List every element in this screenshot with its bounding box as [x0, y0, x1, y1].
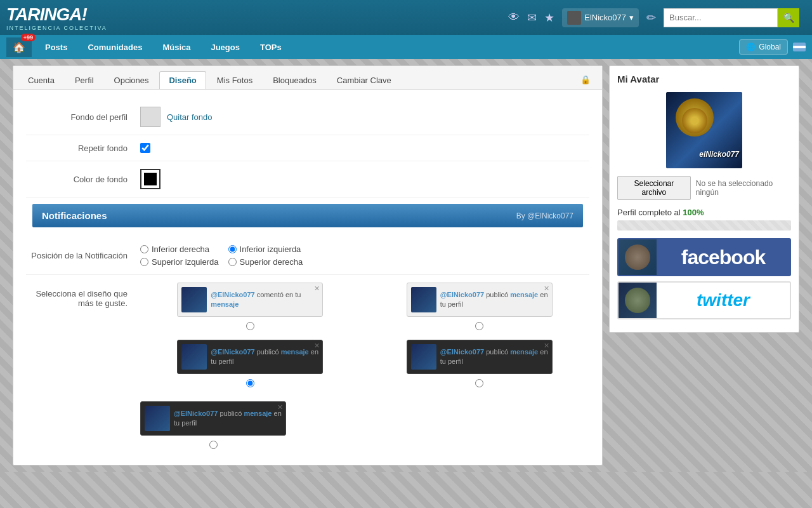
sidebar: Mi Avatar elNicko077 Seleccionar archivo… — [609, 65, 799, 465]
star-icon[interactable]: ★ — [544, 11, 554, 25]
header-icons: 👁 ✉ ★ ElNicko077 ▾ ✏ 🔍 — [508, 8, 799, 27]
design-item-3: ✕ @ElNicko077 publicó mensaje en tu perf… — [140, 340, 360, 387]
design-row-5: ✕ @ElNicko077 publicó mensaje en tu perf… — [26, 395, 589, 455]
position-control: Inferior derecha Inferior izquierda Supe… — [140, 244, 306, 267]
nav-item-juegos[interactable]: Juegos — [200, 35, 250, 59]
notif-avatar-2 — [411, 287, 436, 312]
radio-inf-der-label: Inferior derecha — [152, 244, 209, 254]
repetir-label: Repetir fondo — [26, 144, 140, 153]
user-badge[interactable]: ElNicko077 ▾ — [562, 8, 639, 27]
nav-item-comunidades[interactable]: Comunidades — [77, 35, 152, 59]
facebook-button[interactable]: facebook — [617, 238, 791, 276]
facebook-name-area: facebook — [657, 246, 790, 269]
twitter-name-area: twitter — [657, 290, 790, 311]
select-file-button[interactable]: Seleccionar archivo — [617, 176, 691, 200]
radio-inf-izq-label: Inferior izquierda — [240, 244, 301, 254]
content-area: Cuenta Perfil Opciones Diseño Mis Fotos … — [13, 65, 603, 465]
color-picker-inner — [144, 173, 157, 185]
facebook-label: facebook — [681, 246, 765, 269]
notif-preview-1[interactable]: ✕ @ElNicko077 comentó en tu mensaje — [177, 283, 323, 317]
radio-inf-izq-input[interactable] — [228, 245, 237, 253]
color-label: Color de fondo — [26, 175, 140, 184]
designs-grid: ✕ @ElNicko077 comentó en tu mensaje ✕ — [140, 283, 589, 387]
close-icon-4[interactable]: ✕ — [544, 342, 549, 350]
notif-avatar-1 — [181, 287, 207, 312]
tab-opciones[interactable]: Opciones — [105, 71, 159, 89]
search-input[interactable] — [664, 8, 778, 27]
edit-icon[interactable]: ✏ — [646, 11, 656, 25]
close-icon-3[interactable]: ✕ — [314, 342, 320, 350]
repetir-checkbox[interactable] — [140, 143, 150, 153]
avatar-display: elNicko077 — [666, 92, 742, 168]
no-file-text: No se ha seleccionado ningún — [696, 179, 791, 197]
fondo-row: Fondo del perfil Quitar fondo — [26, 99, 589, 135]
radio-inf-der-input[interactable] — [140, 245, 148, 253]
design-radio-3[interactable] — [246, 379, 254, 387]
position-row: Posición de la Notificación Inferior der… — [26, 237, 589, 275]
nav-item-tops[interactable]: TOPs — [250, 35, 292, 59]
chevron-down-icon: ▾ — [629, 13, 634, 22]
user-avatar-small — [567, 11, 581, 25]
close-icon-5[interactable]: ✕ — [277, 403, 283, 411]
color-picker-swatch[interactable] — [140, 169, 160, 189]
radio-inf-izq[interactable]: Inferior izquierda — [228, 244, 307, 254]
fondo-control: Quitar fondo — [140, 107, 213, 127]
profile-complete: Perfil completo al 100% — [617, 208, 791, 231]
sidebar-title: Mi Avatar — [617, 74, 791, 84]
sidebar-panel: Mi Avatar elNicko077 Seleccionar archivo… — [609, 65, 799, 333]
tab-cambiar-clave[interactable]: Cambiar Clave — [327, 71, 401, 89]
repetir-row: Repetir fondo — [26, 135, 589, 161]
repetir-control — [140, 143, 150, 153]
flag-icon[interactable] — [793, 43, 806, 51]
logo-subtitle: INTELIGENCIA COLECTIVA — [6, 25, 107, 31]
tab-mis-fotos[interactable]: Mis Fotos — [207, 71, 262, 89]
radio-inf-der[interactable]: Inferior derecha — [140, 244, 219, 254]
design-radio-2[interactable] — [475, 322, 483, 330]
progress-bar — [617, 220, 791, 231]
design-row: Selecciona el diseño que más te guste. ✕… — [26, 275, 589, 395]
mail-icon[interactable]: ✉ — [527, 11, 537, 25]
designs-label: Selecciona el diseño que más te guste. — [26, 283, 140, 308]
global-button[interactable]: 🌐 Global — [739, 39, 788, 55]
tab-bloqueados[interactable]: Bloqueados — [263, 71, 326, 89]
eye-icon[interactable]: 👁 — [508, 11, 520, 24]
notif-text-2: @ElNicko077 publicó mensaje en tu perfil — [440, 290, 548, 310]
home-button[interactable]: 🏠 +99 — [6, 37, 32, 57]
radio-sup-der-label: Superior derecha — [240, 257, 303, 267]
quitar-fondo-link[interactable]: Quitar fondo — [167, 112, 213, 122]
design-radio-4[interactable] — [475, 379, 483, 387]
tab-cuenta[interactable]: Cuenta — [18, 71, 64, 89]
design-radio-5[interactable] — [209, 441, 218, 449]
fondo-label: Fondo del perfil — [26, 112, 140, 122]
twitter-label: twitter — [697, 290, 750, 311]
design-radio-1[interactable] — [246, 322, 254, 330]
position-label: Posición de la Notificación — [26, 251, 140, 260]
close-icon-1[interactable]: ✕ — [314, 284, 320, 293]
search-button[interactable]: 🔍 — [778, 8, 799, 27]
notif-text-1: @ElNicko077 comentó en tu mensaje — [211, 290, 318, 310]
notif-avatar-4 — [411, 344, 436, 370]
radio-sup-izq-input[interactable] — [140, 258, 148, 266]
twitter-button[interactable]: twitter — [617, 281, 791, 319]
radio-sup-der-input[interactable] — [228, 258, 237, 266]
close-icon-2[interactable]: ✕ — [544, 284, 549, 293]
radio-sup-der[interactable]: Superior derecha — [228, 257, 307, 267]
notif-preview-4[interactable]: ✕ @ElNicko077 publicó mensaje en tu perf… — [407, 340, 553, 374]
tabs: Cuenta Perfil Opciones Diseño Mis Fotos … — [13, 66, 602, 90]
fondo-color-swatch[interactable] — [140, 107, 160, 127]
notif-preview-3[interactable]: ✕ @ElNicko077 publicó mensaje en tu perf… — [177, 340, 323, 374]
tab-diseno[interactable]: Diseño — [159, 71, 206, 89]
search-bar: 🔍 — [664, 8, 799, 27]
radio-sup-izq[interactable]: Superior izquierda — [140, 257, 219, 267]
notif-preview-5[interactable]: ✕ @ElNicko077 publicó mensaje en tu perf… — [140, 401, 286, 436]
nav-items: Posts Comunidades Música Juegos TOPs — [35, 35, 292, 59]
tab-perfil[interactable]: Perfil — [65, 71, 103, 89]
notif-preview-2[interactable]: ✕ @ElNicko077 publicó mensaje en tu perf… — [407, 283, 553, 317]
logo-text: TARINGA! — [6, 4, 87, 24]
lock-icon: 🔒 — [574, 71, 597, 89]
design-item-2: ✕ @ElNicko077 publicó mensaje en tu perf… — [370, 283, 590, 330]
nav-item-musica[interactable]: Música — [152, 35, 200, 59]
avatar-image: elNicko077 — [666, 92, 742, 168]
nav-item-posts[interactable]: Posts — [35, 35, 77, 59]
notif-title: Notificaciones — [42, 210, 107, 221]
